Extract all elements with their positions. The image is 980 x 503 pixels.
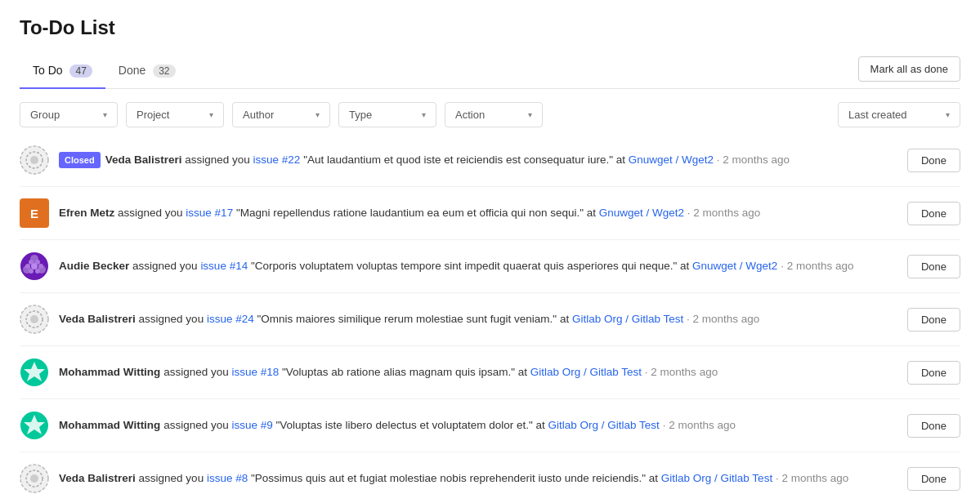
done-button[interactable]: Done: [907, 149, 960, 172]
action-text: assigned you: [139, 313, 207, 325]
description-text: "Omnis maiores similique rerum molestiae…: [257, 313, 571, 325]
avatar: [20, 358, 49, 387]
issue-link[interactable]: issue #18: [231, 366, 279, 378]
todo-content: ClosedVeda Balistreri assigned you issue…: [59, 152, 897, 169]
issue-link[interactable]: issue #24: [207, 313, 254, 325]
timestamp: · 2 months ago: [781, 260, 853, 272]
avatar: [20, 411, 49, 440]
avatar: [20, 305, 49, 334]
svg-point-10: [25, 264, 30, 269]
description-text: "Voluptas ab ratione alias magnam quis i…: [282, 366, 530, 378]
svg-point-2: [30, 156, 38, 164]
action-text: assigned you: [163, 419, 231, 431]
description-text: "Aut laudantium et quod iste et reiciend…: [303, 154, 629, 166]
chevron-down-icon: ▾: [422, 110, 426, 119]
description-text: "Possimus quis aut et fugiat molestiae n…: [251, 472, 661, 484]
author-name: Audie Becker: [59, 260, 129, 272]
avatar: [20, 464, 49, 493]
chevron-down-icon: ▾: [209, 110, 213, 119]
todo-item: Audie Becker assigned you issue #14 "Cor…: [20, 240, 960, 293]
svg-point-8: [29, 260, 34, 265]
timestamp: · 2 months ago: [663, 419, 736, 431]
filter-group[interactable]: Group ▾: [20, 102, 118, 127]
todo-content: Veda Balistreri assigned you issue #8 "P…: [59, 470, 897, 487]
todo-content: Mohammad Witting assigned you issue #18 …: [59, 364, 897, 381]
timestamp: · 2 months ago: [687, 207, 760, 219]
done-button[interactable]: Done: [907, 414, 960, 438]
todo-content: Efren Metz assigned you issue #17 "Magni…: [59, 205, 897, 221]
svg-point-11: [38, 264, 43, 269]
filter-project[interactable]: Project ▾: [126, 102, 224, 127]
action-text: assigned you: [118, 207, 186, 219]
todo-item: Mohammad Witting assigned you issue #9 "…: [20, 399, 960, 452]
tabs-bar: To Do 47 Done 32 Mark all as done: [20, 56, 960, 89]
page-title: To-Do List: [20, 16, 960, 39]
repo-link[interactable]: Gnuwget / Wget2: [692, 260, 777, 272]
svg-point-13: [35, 269, 40, 274]
todo-item: Veda Balistreri assigned you issue #24 "…: [20, 293, 960, 346]
author-name: Mohammad Witting: [59, 419, 160, 431]
description-text: "Magni repellendus ratione laudantium ea…: [236, 207, 599, 219]
repo-link[interactable]: Gnuwget / Wget2: [599, 207, 684, 219]
done-button[interactable]: Done: [907, 467, 960, 491]
timestamp: · 2 months ago: [645, 366, 718, 378]
timestamp: · 2 months ago: [687, 313, 759, 325]
closed-badge: Closed: [59, 152, 101, 169]
filter-action[interactable]: Action ▾: [445, 102, 543, 127]
author-name: Veda Balistreri: [59, 313, 136, 325]
repo-link[interactable]: Gitlab Org / Gitlab Test: [548, 419, 660, 431]
author-name: Veda Balistreri: [105, 154, 182, 166]
author-name: Veda Balistreri: [59, 472, 136, 484]
tabs-container: To Do 47 Done 32: [20, 56, 189, 88]
action-text: assigned you: [185, 154, 253, 166]
chevron-down-icon: ▾: [103, 110, 107, 119]
issue-link[interactable]: issue #14: [200, 260, 248, 272]
issue-link[interactable]: issue #8: [207, 472, 248, 484]
todo-item: E Efren Metz assigned you issue #17 "Mag…: [20, 187, 960, 240]
svg-point-16: [30, 315, 38, 323]
todo-content: Audie Becker assigned you issue #14 "Cor…: [59, 258, 897, 274]
action-text: assigned you: [132, 260, 200, 272]
issue-link[interactable]: issue #22: [253, 154, 301, 166]
repo-link[interactable]: Gitlab Org / Gitlab Test: [572, 313, 683, 325]
author-name: Efren Metz: [59, 207, 114, 219]
issue-link[interactable]: issue #9: [231, 419, 272, 431]
todo-item: ClosedVeda Balistreri assigned you issue…: [20, 134, 960, 187]
description-text: "Corporis voluptatem voluptas tempore si…: [251, 260, 692, 272]
action-text: assigned you: [163, 366, 231, 378]
filters-row: Group ▾ Project ▾ Author ▾ Type ▾ Action…: [20, 102, 960, 127]
timestamp: · 2 months ago: [776, 472, 848, 484]
filter-author[interactable]: Author ▾: [232, 102, 330, 127]
filter-type[interactable]: Type ▾: [338, 102, 436, 127]
done-button[interactable]: Done: [907, 308, 960, 332]
tab-done[interactable]: Done 32: [105, 56, 189, 89]
avatar: E: [20, 198, 49, 228]
todo-list: ClosedVeda Balistreri assigned you issue…: [20, 134, 960, 503]
done-button[interactable]: Done: [907, 361, 960, 385]
mark-all-done-button[interactable]: Mark all as done: [858, 56, 960, 82]
done-button[interactable]: Done: [907, 255, 960, 278]
repo-link[interactable]: Gitlab Org / Gitlab Test: [530, 366, 642, 378]
svg-point-9: [35, 260, 40, 265]
svg-point-21: [30, 474, 38, 483]
sort-last-created[interactable]: Last created ▾: [838, 102, 960, 127]
chevron-down-icon: ▾: [946, 110, 950, 119]
svg-point-12: [29, 269, 34, 274]
todo-content: Veda Balistreri assigned you issue #24 "…: [59, 311, 897, 327]
chevron-down-icon: ▾: [528, 110, 532, 119]
todo-item: Veda Balistreri assigned you issue #8 "P…: [20, 452, 960, 503]
todo-content: Mohammad Witting assigned you issue #9 "…: [59, 417, 897, 434]
action-text: assigned you: [139, 472, 207, 484]
issue-link[interactable]: issue #17: [186, 207, 233, 219]
repo-link[interactable]: Gnuwget / Wget2: [629, 154, 714, 166]
tab-todo[interactable]: To Do 47: [20, 56, 105, 89]
done-button[interactable]: Done: [907, 202, 960, 225]
description-text: "Voluptas iste libero delectus et volupt…: [276, 419, 548, 431]
timestamp: · 2 months ago: [717, 154, 790, 166]
avatar: [20, 252, 49, 281]
author-name: Mohammad Witting: [59, 366, 160, 378]
repo-link[interactable]: Gitlab Org / Gitlab Test: [661, 472, 772, 484]
todo-item: Mohammad Witting assigned you issue #18 …: [20, 346, 960, 399]
chevron-down-icon: ▾: [315, 110, 320, 119]
avatar: [20, 145, 49, 175]
